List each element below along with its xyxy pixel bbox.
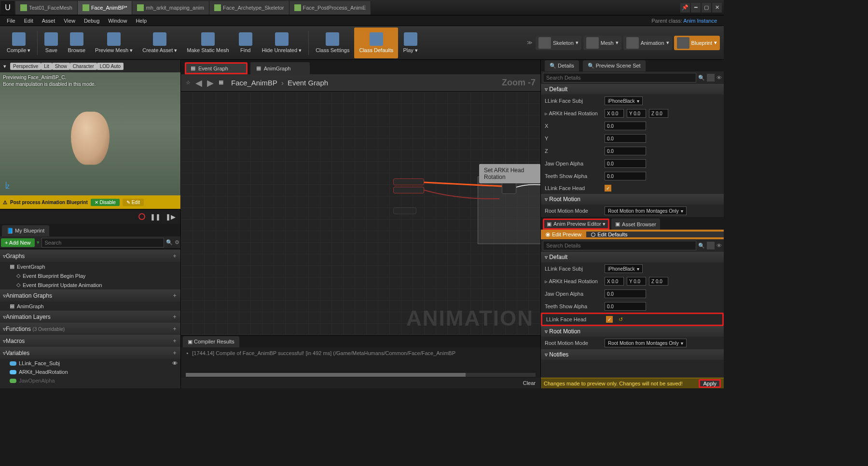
disable-button[interactable]: ✕ Disable (91, 199, 120, 206)
title-tab[interactable]: Test01_FaceMesh (15, 1, 78, 14)
compile-button[interactable]: Compile ▾ (2, 27, 35, 58)
edit-defaults-radio[interactable]: Edit Defaults (586, 232, 724, 237)
apply-button[interactable]: Apply (699, 379, 721, 388)
mode-blueprint[interactable]: Blueprint▾ (674, 36, 720, 50)
add-icon[interactable]: ＋ (172, 313, 178, 321)
section-graphs[interactable]: ▿Graphs＋ (0, 250, 180, 262)
event-node[interactable] (393, 187, 424, 193)
tab-preview-scene-set[interactable]: 🔍 Preview Scene Set (583, 60, 646, 71)
tab-asset-browser[interactable]: ▣Asset Browser (611, 219, 660, 230)
vp-perspective[interactable]: Perspective (10, 63, 41, 70)
eye-icon[interactable]: 👁 (716, 243, 722, 248)
settings-icon[interactable]: ⚙ (175, 239, 179, 246)
vp-show[interactable]: Show (52, 63, 70, 70)
tree-item[interactable]: ARKit_HeadRotation (0, 368, 180, 376)
window-close[interactable]: ✕ (712, 3, 722, 13)
tab-anim-preview-editor[interactable]: ▣Anim Preview Editor ▾ (543, 219, 609, 230)
matrix-icon[interactable] (707, 74, 715, 82)
mode-mesh[interactable]: Mesh▾ (583, 36, 621, 50)
section-macros[interactable]: ▿Macros＋ (0, 335, 180, 347)
edit-preview-radio[interactable]: Edit Preview (541, 232, 586, 237)
menu-edit[interactable]: Edit (20, 17, 37, 25)
section-functions[interactable]: ▿Functions (3 Overridable)＋ (0, 323, 180, 335)
combo[interactable]: Root Motion from Montages Only ▾ (605, 339, 687, 347)
category-default[interactable]: ▿ Default (541, 84, 724, 95)
tree-item[interactable]: ▦EventGraph (0, 262, 180, 271)
spin-x[interactable]: X 0.0 (605, 277, 624, 286)
parent-class-link[interactable]: Anim Instance (683, 18, 717, 24)
spin[interactable]: 0.0 (605, 302, 646, 311)
pause-button[interactable]: ❚❚ (150, 213, 161, 220)
add-icon[interactable]: ＋ (172, 337, 178, 345)
spin-y[interactable]: Y 0.0 (627, 277, 646, 286)
find-button[interactable]: Find (234, 27, 257, 58)
menu-asset[interactable]: Asset (38, 17, 59, 25)
graph-node[interactable] (502, 182, 516, 194)
spin[interactable]: 0.0 (605, 159, 646, 168)
anim-search[interactable] (543, 241, 696, 250)
graph-tab-event-graph[interactable]: ▦Event Graph (185, 62, 248, 74)
spin-y[interactable]: Y 0.0 (627, 109, 646, 118)
title-tab[interactable]: Face_AnimBP* (78, 1, 133, 14)
spin-z[interactable]: Z 0.0 (649, 109, 668, 118)
save-button[interactable]: Save (40, 27, 63, 58)
add-icon[interactable]: ＋ (172, 325, 178, 333)
category-notifies[interactable]: ▿ Notifies (541, 349, 724, 360)
spin[interactable]: 0.0 (605, 289, 646, 298)
favorite-icon[interactable]: ☆ (186, 80, 191, 86)
graph-node[interactable] (393, 207, 416, 214)
title-tab[interactable]: Face_Archetype_Skeletor (209, 1, 289, 14)
tab-details[interactable]: 🔍 Details (545, 60, 579, 71)
details-search[interactable] (543, 73, 696, 82)
record-button[interactable] (138, 213, 145, 220)
my-blueprint-search[interactable] (41, 238, 164, 247)
section-variables[interactable]: ▿Variables＋ (0, 347, 180, 359)
edit-button[interactable]: ✎ Edit (123, 199, 144, 206)
category-default[interactable]: ▿ Default (541, 252, 724, 262)
add-icon[interactable]: ＋ (172, 349, 178, 357)
window-minimize[interactable]: ━ (691, 3, 701, 13)
add-icon[interactable]: ＋ (172, 291, 178, 300)
compiler-scrollbar[interactable] (186, 373, 466, 377)
mode-skeleton[interactable]: Skeleton▾ (536, 36, 581, 50)
menu-window[interactable]: Window (104, 17, 131, 25)
window-maximize[interactable]: ▢ (702, 3, 711, 13)
menu-file[interactable]: File (3, 17, 19, 25)
event-graph-canvas[interactable]: Set ARKit Head Rotation (181, 92, 540, 335)
blueprint-tree[interactable]: ▿Graphs＋▦EventGraph◇Event Blueprint Begi… (0, 249, 180, 388)
clear-button[interactable]: Clear (523, 380, 536, 386)
tab-compiler-results[interactable]: ▣ Compiler Results (183, 336, 239, 347)
nav-fwd-icon[interactable]: ▶ (207, 78, 214, 88)
spin-x[interactable]: X 0.0 (605, 109, 624, 118)
spin[interactable]: 0.0 (605, 134, 646, 143)
tab-my-blueprint[interactable]: 📘 My Blueprint (2, 225, 49, 236)
graph-tab-animgraph[interactable]: ▦AnimGraph (250, 62, 310, 74)
menu-view[interactable]: View (60, 17, 79, 25)
combo[interactable]: iPhoneBlack ▾ (605, 264, 643, 273)
title-tab[interactable]: mh_arkit_mapping_anim (132, 1, 209, 14)
add-icon[interactable]: ＋ (172, 252, 178, 260)
section-animation-layers[interactable]: ▿Animation Layers＋ (0, 311, 180, 323)
eye-icon[interactable]: 👁 (716, 75, 722, 81)
spin-z[interactable]: Z 0.0 (649, 277, 668, 286)
category-root-motion[interactable]: ▿ Root Motion (541, 326, 724, 337)
menu-debug[interactable]: Debug (80, 17, 103, 25)
event-node[interactable] (393, 178, 424, 185)
class-defaults-button[interactable]: Class Defaults (354, 27, 398, 58)
title-tab[interactable]: Face_PostProcess_AnimE (289, 1, 372, 14)
create-asset-button[interactable]: Create Asset ▾ (138, 27, 182, 58)
make-static-mesh-button[interactable]: Make Static Mesh (182, 27, 234, 58)
overflow-icon[interactable]: ≫ (527, 40, 533, 46)
reset-icon[interactable]: ↺ (619, 316, 623, 323)
combo[interactable]: Root Motion from Montages Only ▾ (605, 206, 687, 215)
tree-item[interactable]: ◇Event Blueprint Update Animation (0, 280, 180, 289)
tree-item[interactable]: JawOpenAlpha (0, 376, 180, 385)
tree-item[interactable]: LLink_Face_Subj👁 (0, 359, 180, 368)
viewport[interactable]: ▾ PerspectiveLitShowCharacterLOD Auto Pr… (0, 60, 180, 209)
breadcrumb[interactable]: Face_AnimBP›Event Graph (231, 79, 328, 87)
mode-animation[interactable]: Animation▾ (623, 36, 672, 50)
play-button[interactable]: Play ▾ (398, 27, 422, 58)
class-settings-button[interactable]: Class Settings (311, 27, 354, 58)
category-root-motion[interactable]: ▿ Root Motion (541, 194, 724, 205)
vp-lod-auto[interactable]: LOD Auto (97, 63, 124, 70)
